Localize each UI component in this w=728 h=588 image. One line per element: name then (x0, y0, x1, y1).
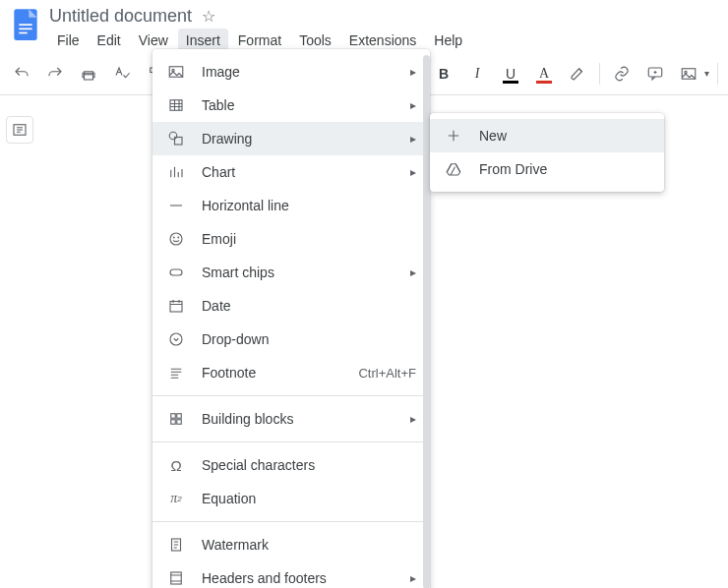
menu-item-smart-chips[interactable]: Smart chips ▸ (152, 256, 430, 289)
menu-item-emoji[interactable]: Emoji (152, 222, 430, 256)
menu-file[interactable]: File (49, 29, 88, 52)
menu-item-horizontal-line[interactable]: Horizontal line (152, 189, 430, 222)
menu-item-date[interactable]: Date (152, 289, 430, 323)
menu-item-chart[interactable]: Chart ▸ (152, 155, 430, 189)
outline-panel-icon[interactable] (6, 116, 33, 144)
submenu-arrow-icon: ▸ (410, 265, 416, 279)
submenu-label: From Drive (479, 161, 547, 177)
shortcut-label: Ctrl+Alt+F (358, 366, 416, 381)
underline-icon[interactable]: U (497, 60, 524, 88)
undo-icon[interactable] (8, 60, 35, 88)
drive-icon (444, 160, 463, 178)
print-icon[interactable] (75, 60, 102, 88)
building-blocks-icon (166, 410, 186, 428)
menu-divider (152, 395, 430, 396)
plus-icon (444, 127, 463, 145)
submenu-arrow-icon: ▸ (410, 571, 416, 585)
menu-help[interactable]: Help (426, 29, 470, 52)
svg-rect-24 (177, 420, 182, 425)
menu-divider (152, 521, 430, 522)
text-color-icon[interactable]: A (530, 60, 558, 88)
menu-label: Equation (202, 491, 416, 506)
date-icon (166, 297, 186, 315)
menu-label: Table (202, 97, 394, 113)
svg-rect-21 (171, 414, 176, 419)
menu-item-equation[interactable]: π2 Equation (152, 482, 430, 515)
svg-rect-3 (19, 32, 27, 34)
svg-point-16 (173, 237, 174, 238)
svg-rect-12 (170, 100, 182, 111)
doc-title[interactable]: Untitled document (49, 6, 192, 27)
watermark-icon (166, 536, 186, 554)
menu-item-building-blocks[interactable]: Building blocks ▸ (152, 402, 430, 436)
menu-label: Headers and footers (202, 570, 394, 586)
equation-icon: π2 (166, 491, 186, 506)
menu-item-table[interactable]: Table ▸ (152, 88, 430, 122)
menu-label: Horizontal line (202, 198, 416, 213)
comment-icon[interactable] (641, 60, 669, 88)
submenu-arrow-icon: ▸ (410, 132, 416, 146)
bold-icon[interactable]: B (430, 60, 457, 88)
menu-item-drawing[interactable]: Drawing ▸ (152, 122, 430, 155)
highlight-icon[interactable] (564, 60, 591, 88)
menu-edit[interactable]: Edit (90, 29, 129, 52)
menu-label: Chart (202, 164, 394, 180)
headers-footers-icon (166, 569, 186, 587)
submenu-item-new[interactable]: New (430, 119, 664, 152)
menu-label: Smart chips (202, 265, 394, 280)
italic-icon[interactable]: I (463, 60, 491, 88)
menu-label: Drop-down (202, 331, 416, 347)
menu-scrollbar[interactable] (423, 55, 430, 588)
special-characters-icon: Ω (166, 457, 186, 474)
menu-item-headers-footers[interactable]: Headers and footers ▸ (152, 561, 430, 588)
submenu-arrow-icon: ▸ (410, 65, 416, 79)
menu-divider (152, 441, 430, 442)
menu-item-footnote[interactable]: Footnote Ctrl+Alt+F (152, 356, 430, 389)
chevron-down-icon[interactable]: ▾ (704, 68, 709, 79)
svg-point-15 (170, 233, 182, 245)
menu-label: Special characters (202, 457, 416, 473)
svg-point-17 (178, 237, 179, 238)
svg-rect-18 (170, 269, 182, 275)
submenu-arrow-icon: ▸ (410, 98, 416, 112)
svg-point-13 (169, 132, 177, 140)
svg-rect-1 (19, 24, 31, 26)
svg-rect-2 (19, 29, 31, 30)
drawing-submenu: New From Drive (430, 113, 664, 192)
image-icon (166, 63, 186, 81)
smart-chips-icon (166, 264, 186, 281)
separator (717, 63, 718, 85)
menu-label: Footnote (202, 365, 342, 381)
insert-dropdown: Image ▸ Table ▸ Drawing ▸ Chart ▸ Horizo… (152, 49, 430, 588)
submenu-item-from-drive[interactable]: From Drive (430, 152, 664, 186)
menu-label: Image (202, 64, 394, 80)
submenu-arrow-icon: ▸ (410, 165, 416, 179)
menu-item-watermark[interactable]: Watermark (152, 528, 430, 561)
menu-label: Drawing (202, 131, 394, 147)
table-icon (166, 96, 186, 114)
menu-label: Building blocks (202, 411, 394, 427)
submenu-arrow-icon: ▸ (410, 412, 416, 426)
menu-item-special-characters[interactable]: Ω Special characters (152, 448, 430, 482)
svg-rect-23 (171, 420, 176, 425)
drawing-icon (166, 130, 186, 147)
footnote-icon (166, 364, 186, 382)
svg-rect-4 (85, 74, 93, 79)
redo-icon[interactable] (41, 60, 69, 88)
insert-image-icon[interactable] (675, 60, 702, 88)
chart-icon (166, 163, 186, 181)
svg-rect-26 (171, 572, 182, 584)
menu-item-drop-down[interactable]: Drop-down (152, 323, 430, 356)
spellcheck-icon[interactable] (108, 60, 136, 88)
menu-label: Emoji (202, 231, 416, 247)
horizontal-line-icon (166, 197, 186, 214)
separator (599, 63, 600, 85)
dropdown-icon (166, 330, 186, 348)
menu-label: Date (202, 298, 416, 314)
menu-item-image[interactable]: Image ▸ (152, 55, 430, 88)
star-icon[interactable]: ☆ (202, 7, 215, 26)
svg-rect-22 (177, 414, 182, 419)
svg-rect-19 (170, 302, 182, 313)
docs-logo[interactable] (8, 4, 43, 47)
link-icon[interactable] (608, 60, 636, 88)
